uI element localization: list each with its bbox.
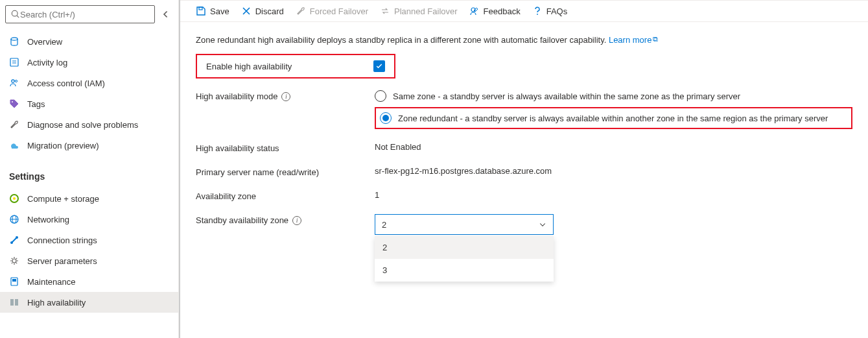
radio-icon — [375, 90, 386, 102]
sidebar-item-high-availability[interactable]: High availability — [0, 292, 178, 313]
svg-point-16 — [12, 259, 16, 263]
discard-button[interactable]: Discard — [241, 6, 284, 16]
sidebar-item-label: Activity log — [27, 58, 67, 67]
toolbar: Save Discard Forced Failover Planned Fai… — [180, 0, 868, 22]
sidebar-item-label: Migration (preview) — [27, 141, 99, 151]
ha-mode-row: High availability mode i Same zone - a s… — [196, 90, 852, 129]
svg-line-1 — [17, 16, 19, 18]
sidebar-item-diagnose[interactable]: Diagnose and solve problems — [0, 114, 178, 135]
sidebar-section-settings: Settings — [0, 163, 178, 186]
svg-rect-19 — [10, 299, 14, 306]
ha-mode-label-text: High availability mode — [196, 91, 277, 101]
svg-point-0 — [12, 10, 18, 16]
faqs-button[interactable]: FAQs — [532, 6, 568, 16]
ha-status-value: Not Enabled — [375, 142, 421, 152]
compute-icon — [9, 193, 19, 204]
sidebar-item-label: Diagnose and solve problems — [27, 120, 138, 130]
svg-point-23 — [537, 14, 538, 15]
svg-point-15 — [16, 236, 18, 239]
main-content: Save Discard Forced Failover Planned Fai… — [179, 0, 868, 338]
radio-icon — [380, 112, 392, 124]
wrench-icon — [9, 119, 19, 130]
globe-icon — [9, 214, 19, 224]
sidebar-item-label: Overview — [27, 37, 62, 47]
ha-mode-options: Same zone - a standby server is always a… — [375, 90, 852, 129]
standby-zone-label-text: Standby availability zone — [196, 215, 288, 225]
primary-server-row: Primary server name (read/write) sr-flex… — [196, 166, 852, 177]
ha-mode-option-zone-redundant[interactable]: Zone redundant - a standby server is alw… — [380, 112, 845, 124]
learn-more-link[interactable]: Learn more⧉ — [609, 35, 658, 45]
planned-failover-button: Planned Failover — [380, 6, 458, 16]
ha-mode-option-same-zone[interactable]: Same zone - a standby server is always a… — [375, 90, 852, 102]
sidebar-item-label: Networking — [27, 215, 69, 224]
log-icon — [9, 57, 19, 67]
search-row — [0, 0, 178, 29]
select-option[interactable]: 2 — [375, 236, 554, 259]
ha-mode-label: High availability mode i — [196, 90, 375, 101]
toolbar-label: Feedback — [484, 6, 521, 16]
forced-failover-button: Forced Failover — [296, 6, 368, 16]
search-box[interactable] — [5, 5, 155, 23]
primary-server-label: Primary server name (read/write) — [196, 166, 375, 177]
availability-zone-value: 1 — [375, 190, 379, 200]
migration-icon — [9, 140, 19, 151]
sidebar-item-overview[interactable]: Overview — [0, 31, 178, 52]
sidebar-item-server-parameters[interactable]: Server parameters — [0, 250, 178, 271]
select-option[interactable]: 3 — [375, 259, 554, 282]
toolbar-label: Save — [210, 6, 229, 16]
sidebar-item-migration[interactable]: Migration (preview) — [0, 135, 178, 156]
sidebar-item-compute-storage[interactable]: Compute + storage — [0, 188, 178, 209]
sidebar-item-networking[interactable]: Networking — [0, 209, 178, 230]
sidebar-item-label: Access control (IAM) — [27, 78, 105, 88]
info-icon[interactable]: i — [292, 216, 301, 225]
tag-icon — [9, 99, 19, 109]
sidebar-item-access-control[interactable]: Access control (IAM) — [0, 73, 178, 93]
sidebar-item-connection-strings[interactable]: Connection strings — [0, 230, 178, 250]
standby-zone-row: Standby availability zone i 2 2 3 — [196, 214, 852, 282]
toolbar-label: Forced Failover — [310, 6, 368, 16]
failover-icon — [296, 6, 306, 16]
sidebar-item-tags[interactable]: Tags — [0, 93, 178, 114]
ha-status-row: High availability status Not Enabled — [196, 142, 852, 153]
ha-status-label: High availability status — [196, 142, 375, 153]
sidebar-item-activity-log[interactable]: Activity log — [0, 52, 178, 73]
svg-point-10 — [13, 197, 16, 200]
standby-zone-dropdown: 2 3 — [375, 236, 554, 282]
enable-ha-row: Enable high availability — [196, 54, 395, 78]
svg-rect-20 — [15, 299, 18, 306]
sidebar: Overview Activity log Access control (IA… — [0, 0, 179, 338]
radio-label: Zone redundant - a standby server is alw… — [398, 114, 828, 123]
standby-zone-control: 2 2 3 — [375, 214, 554, 282]
search-input[interactable] — [20, 10, 149, 19]
collapse-sidebar-button[interactable] — [160, 8, 173, 21]
info-icon[interactable]: i — [281, 92, 290, 101]
feedback-button[interactable]: Feedback — [469, 6, 521, 16]
connection-icon — [9, 235, 19, 245]
svg-point-7 — [15, 80, 17, 82]
chevron-down-icon — [539, 221, 546, 228]
learn-more-label: Learn more — [609, 35, 651, 45]
people-icon — [9, 78, 19, 88]
svg-point-14 — [10, 241, 13, 244]
save-button[interactable]: Save — [196, 6, 229, 16]
radio-label: Same zone - a standby server is always a… — [393, 91, 740, 101]
sidebar-item-label: Compute + storage — [27, 194, 99, 204]
feedback-icon — [469, 6, 480, 16]
standby-zone-select[interactable]: 2 — [375, 214, 554, 235]
sidebar-item-maintenance[interactable]: Maintenance — [0, 271, 178, 292]
sidebar-item-label: Tags — [27, 99, 45, 109]
ha-icon — [9, 297, 19, 308]
nav-list-main: Overview Activity log Access control (IA… — [0, 29, 178, 163]
enable-ha-label: Enable high availability — [206, 62, 292, 71]
description-text: Zone redundant high availability deploys… — [196, 35, 609, 45]
enable-ha-checkbox[interactable] — [373, 60, 385, 72]
toolbar-label: FAQs — [546, 6, 568, 16]
sidebar-item-label: Connection strings — [27, 235, 97, 245]
toolbar-label: Discard — [255, 6, 284, 16]
nav-list-settings: Compute + storage Networking Connection … — [0, 186, 178, 320]
select-value: 2 — [382, 220, 386, 230]
server-icon — [9, 36, 19, 47]
close-icon — [241, 6, 252, 16]
sidebar-item-label: High availability — [27, 298, 86, 308]
external-link-icon: ⧉ — [653, 35, 658, 43]
